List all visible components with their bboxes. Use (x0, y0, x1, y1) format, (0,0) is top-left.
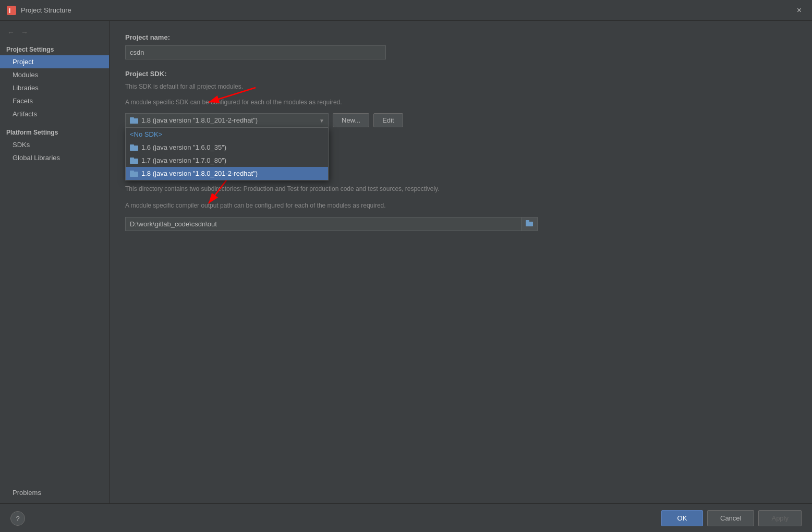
folder-icon-1-6 (130, 144, 138, 151)
project-sdk-label: Project SDK: (125, 70, 796, 78)
sidebar-item-facets-label: Facets (13, 97, 33, 105)
main-layout: ← → Project Settings Project Modules Lib… (0, 21, 812, 503)
sidebar-item-problems[interactable]: Problems (0, 486, 109, 499)
compiler-desc-3: This directory contains two subdirectori… (125, 184, 796, 194)
sidebar-item-global-libraries-label: Global Libraries (13, 154, 60, 162)
nav-buttons: ← → (0, 25, 109, 42)
sdk-dropdown-wrapper: 1.8 (java version "1.8.0_201-2-redhat") … (125, 113, 329, 127)
sidebar-item-artifacts-label: Artifacts (13, 110, 37, 118)
sdk-dropdown[interactable]: 1.8 (java version "1.8.0_201-2-redhat") … (125, 113, 329, 127)
project-settings-label: Project Settings (0, 42, 109, 55)
sdk-1-6-label: 1.6 (java version "1.6.0_35") (141, 143, 226, 151)
folder-browse-icon (526, 220, 533, 226)
ok-button[interactable]: OK (661, 510, 703, 526)
folder-icon-1-7 (130, 158, 138, 164)
sdk-desc-1: This SDK is default for all project modu… (125, 82, 796, 91)
sdk-option-no-sdk[interactable]: <No SDK> (126, 128, 328, 141)
sidebar: ← → Project Settings Project Modules Lib… (0, 21, 110, 503)
path-browse-button[interactable] (522, 217, 538, 231)
sidebar-bottom: Problems (0, 482, 109, 503)
folder-icon (130, 117, 138, 124)
sdk-selected-value: 1.8 (java version "1.8.0_201-2-redhat") (141, 116, 258, 124)
sidebar-item-facets[interactable]: Facets (0, 94, 109, 107)
content-area: Project name: Project SDK: This SDK is d… (110, 21, 812, 503)
project-name-input[interactable] (125, 45, 386, 59)
sdk-1-7-label: 1.7 (java version "1.7.0_80") (141, 156, 226, 164)
dialog-window: I Project Structure × ← → Project Settin… (0, 0, 812, 532)
nav-forward-button[interactable]: → (18, 27, 31, 38)
app-icon: I (6, 5, 17, 16)
close-button[interactable]: × (793, 4, 806, 17)
folder-icon-1-8 (130, 171, 138, 177)
sidebar-item-problems-label: Problems (13, 489, 41, 497)
title-bar: I Project Structure × (0, 0, 812, 21)
sdk-edit-button[interactable]: Edit (373, 113, 403, 127)
sdk-desc-2: A module specific SDK can be configured … (125, 98, 796, 107)
compiler-output-path-input[interactable] (125, 217, 522, 231)
svg-rect-0 (7, 6, 16, 15)
sidebar-item-global-libraries[interactable]: Global Libraries (0, 151, 109, 164)
svg-rect-2 (526, 222, 533, 226)
sidebar-item-modules[interactable]: Modules (0, 68, 109, 81)
bottom-bar: OK Cancel Apply (0, 503, 812, 532)
sidebar-item-artifacts[interactable]: Artifacts (0, 107, 109, 120)
sidebar-item-libraries-label: Libraries (13, 84, 39, 92)
project-name-label: Project name: (125, 33, 796, 41)
nav-back-button[interactable]: ← (4, 27, 18, 38)
dropdown-arrow-icon: ▼ (319, 117, 324, 123)
svg-text:I: I (9, 7, 10, 15)
apply-button[interactable]: Apply (758, 510, 802, 526)
platform-settings-label: Platform Settings (0, 125, 109, 138)
dialog-title: Project Structure (21, 6, 793, 14)
sdk-row: 1.8 (java version "1.8.0_201-2-redhat") … (125, 113, 796, 127)
sidebar-item-sdks-label: SDKs (13, 141, 30, 149)
sdk-dropdown-popup: <No SDK> 1.6 (java version "1.6.0_35") 1… (125, 127, 329, 180)
path-input-row (125, 217, 796, 231)
cancel-button[interactable]: Cancel (707, 510, 754, 526)
sidebar-item-project[interactable]: Project (0, 55, 109, 68)
svg-rect-3 (526, 220, 529, 222)
sidebar-item-modules-label: Modules (13, 71, 38, 79)
sidebar-item-project-label: Project (13, 58, 33, 66)
sidebar-item-libraries[interactable]: Libraries (0, 81, 109, 94)
help-button[interactable]: ? (10, 511, 25, 526)
sdk-option-1-8[interactable]: 1.8 (java version "1.8.0_201-2-redhat") (126, 167, 328, 180)
sdk-option-1-6[interactable]: 1.6 (java version "1.6.0_35") (126, 141, 328, 154)
sdk-new-button[interactable]: New... (333, 113, 369, 127)
sidebar-item-sdks[interactable]: SDKs (0, 138, 109, 151)
sdk-option-1-7[interactable]: 1.7 (java version "1.7.0_80") (126, 154, 328, 167)
sdk-1-8-label: 1.8 (java version "1.8.0_201-2-redhat") (141, 170, 258, 177)
no-sdk-label: <No SDK> (130, 130, 162, 138)
compiler-desc-4: A module specific compiler output path c… (125, 201, 796, 211)
